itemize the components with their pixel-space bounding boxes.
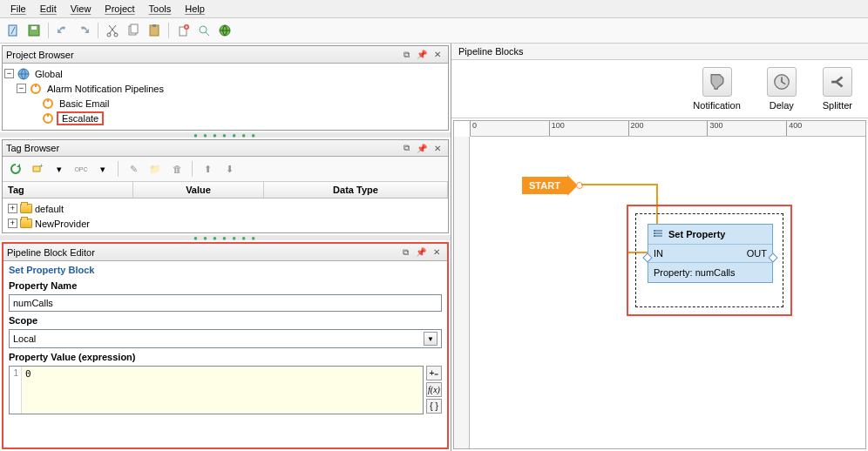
svg-point-21	[654, 232, 655, 234]
col-tag[interactable]: Tag	[3, 182, 133, 198]
close-icon[interactable]: ✕	[431, 49, 444, 61]
line-gutter: 1	[10, 367, 22, 414]
col-type[interactable]: Data Type	[264, 182, 448, 198]
expression-editor[interactable]: 1 0	[9, 366, 424, 414]
set-property-block[interactable]: Set Property IN OUT Property: numCalls	[648, 224, 773, 283]
cut-icon[interactable]	[103, 21, 122, 40]
undo-icon[interactable]	[53, 21, 72, 40]
globe-icon[interactable]	[215, 21, 234, 40]
pipeline-blocks-title: Pipeline Blocks	[451, 44, 868, 60]
dropdown-icon[interactable]: ▾	[50, 159, 69, 178]
operators-button[interactable]: +₌	[426, 366, 442, 380]
menu-file[interactable]: File	[3, 2, 33, 16]
svg-rect-8	[153, 24, 156, 27]
splitter-handle[interactable]: ● ● ● ● ● ● ●	[0, 235, 451, 240]
pipeline-block-editor-panel: Pipeline Block Editor ⧉ 📌 ✕ Set Property…	[2, 242, 449, 449]
tree-basic-email[interactable]: Basic Email	[57, 98, 112, 110]
pbe-title: Pipeline Block Editor	[7, 247, 397, 258]
pipeline-canvas[interactable]: START Set Property IN	[470, 137, 865, 448]
pin-icon[interactable]: 📌	[414, 246, 428, 259]
menu-help[interactable]: Help	[178, 2, 212, 16]
chevron-down-icon[interactable]: ▼	[424, 332, 437, 346]
palette-label: Delay	[770, 100, 794, 111]
paste-icon[interactable]	[145, 21, 164, 40]
tag-newprovider[interactable]: NewProvider	[32, 218, 92, 230]
scope-label: Scope	[3, 313, 447, 327]
menu-project[interactable]: Project	[98, 2, 141, 16]
restore-icon[interactable]: ⧉	[398, 246, 412, 259]
project-browser-panel: Project Browser ⧉ 📌 ✕ − Global − Alarm N…	[2, 45, 449, 131]
globe-icon	[17, 67, 31, 81]
close-icon[interactable]: ✕	[430, 246, 444, 259]
prop-name-input[interactable]: numCalls	[9, 294, 442, 312]
svg-text:+: +	[39, 162, 44, 170]
new-icon[interactable]	[3, 21, 23, 40]
tree-escalate[interactable]: Escalate	[57, 111, 104, 125]
palette-delay[interactable]: Delay	[767, 67, 797, 111]
scope-select[interactable]: Local ▼	[9, 329, 442, 348]
menu-view[interactable]: View	[64, 2, 98, 16]
palette-label: Splitter	[823, 100, 852, 111]
collapse-icon[interactable]: −	[17, 84, 26, 93]
redo-icon[interactable]	[74, 21, 93, 40]
expr-label: Property Value (expression)	[3, 350, 447, 364]
pin-icon[interactable]: 📌	[415, 142, 429, 154]
tree-root[interactable]: Global	[32, 68, 65, 80]
notification-icon	[702, 67, 732, 97]
expand-icon[interactable]: +	[8, 219, 17, 228]
list-icon	[654, 228, 664, 240]
pbe-section-title: Set Property Block	[3, 261, 447, 279]
pipeline-item-icon	[41, 111, 55, 125]
tag-browser-title: Tag Browser	[6, 143, 397, 153]
tag-folder-icon[interactable]: 📁	[146, 159, 165, 178]
tag-table-header: Tag Value Data Type	[3, 182, 448, 199]
tree-pipelines[interactable]: Alarm Notification Pipelines	[44, 83, 166, 95]
tag-default[interactable]: default	[32, 203, 66, 215]
palette-notification[interactable]: Notification	[693, 67, 740, 111]
palette-splitter[interactable]: Splitter	[823, 67, 852, 111]
menu-tools[interactable]: Tools	[142, 2, 179, 16]
dropdown-icon[interactable]: ▾	[93, 159, 112, 178]
out-label: OUT	[747, 248, 767, 259]
palette-label: Notification	[693, 100, 740, 111]
tag-delete-icon[interactable]: 🗑	[167, 159, 186, 178]
svg-point-11	[200, 26, 207, 33]
scope-value: Local	[13, 333, 424, 344]
folder-icon	[20, 204, 32, 213]
save-icon[interactable]	[24, 21, 44, 40]
tags-button[interactable]: { }	[426, 399, 442, 414]
col-value[interactable]: Value	[133, 182, 264, 198]
expression-text[interactable]: 0	[22, 367, 423, 414]
import-icon[interactable]: ⬆	[198, 159, 217, 178]
svg-rect-2	[31, 26, 37, 30]
svg-rect-6	[131, 24, 138, 33]
splitter-icon	[823, 67, 852, 97]
block-property: Property: numCalls	[648, 263, 772, 282]
wire	[581, 184, 658, 185]
prop-name-label: Property Name	[3, 279, 447, 293]
block-palette: Notification Delay Splitter	[451, 60, 868, 118]
horizontal-ruler: 0 100 200 300 400	[470, 121, 865, 137]
restore-icon[interactable]: ⧉	[399, 142, 413, 154]
export-icon[interactable]: ⬇	[220, 159, 239, 178]
expand-icon[interactable]: +	[8, 204, 17, 213]
pin-icon[interactable]: 📌	[415, 49, 429, 61]
collapse-icon[interactable]: −	[4, 69, 14, 78]
close-icon[interactable]: ✕	[431, 142, 444, 154]
opc-icon[interactable]: OPC	[71, 159, 91, 178]
project-tree[interactable]: − Global − Alarm Notification Pipelines …	[3, 64, 448, 130]
restore-icon[interactable]: ⧉	[399, 49, 413, 61]
tag-toolbar: + ▾ OPC ▾ ✎ 📁 🗑 ⬆ ⬇	[3, 157, 448, 182]
copy-icon[interactable]	[124, 21, 143, 40]
folder-icon	[20, 219, 32, 228]
delete-icon[interactable]	[173, 21, 193, 40]
pipeline-icon	[29, 82, 43, 96]
refresh-icon[interactable]	[6, 159, 25, 178]
start-block[interactable]: START	[522, 175, 583, 196]
menu-edit[interactable]: Edit	[33, 2, 64, 16]
splitter-handle[interactable]: ● ● ● ● ● ● ●	[0, 132, 451, 138]
find-icon[interactable]	[194, 21, 214, 40]
add-tag-icon[interactable]: +	[28, 159, 47, 178]
functions-button[interactable]: f(x)	[426, 382, 442, 397]
tag-edit-icon[interactable]: ✎	[124, 159, 143, 178]
